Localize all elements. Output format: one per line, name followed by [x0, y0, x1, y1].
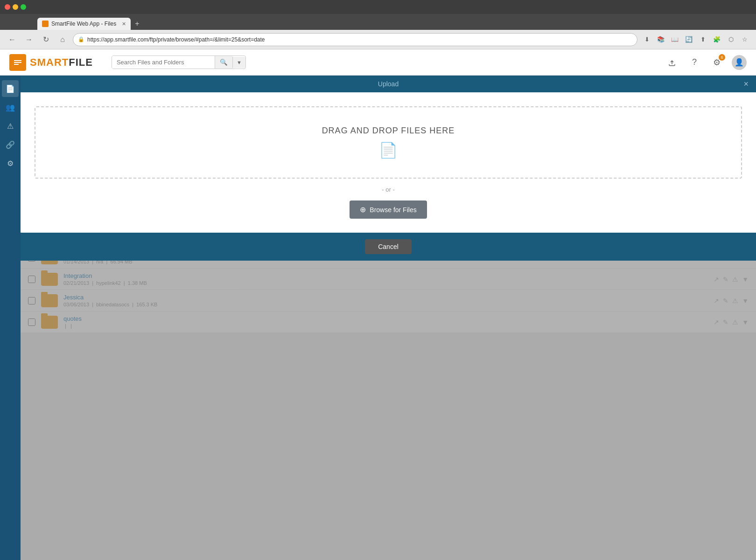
tab-close-btn[interactable]: ✕	[122, 21, 126, 27]
modal-overlay: Upload × DRAG AND DROP FILES HERE 📄 - or…	[21, 76, 756, 560]
modal-header: Upload ×	[21, 76, 756, 92]
sidebar-item-settings[interactable]: ⚙	[2, 155, 19, 172]
file-drop-icon: 📄	[379, 141, 398, 159]
sidebar-item-files[interactable]: 📄	[2, 80, 19, 97]
search-button[interactable]: 🔍	[215, 56, 232, 69]
drop-zone-text: DRAG AND DROP FILES HERE	[322, 126, 455, 136]
upload-modal: Upload × DRAG AND DROP FILES HERE 📄 - or…	[21, 76, 756, 261]
cancel-btn[interactable]: Cancel	[365, 239, 412, 254]
sidebar: 📄 👥 ⚠ 🔗 ⚙	[0, 76, 21, 560]
search-input[interactable]	[112, 56, 215, 69]
download-icon[interactable]: ⬇	[641, 34, 652, 45]
minimize-window-btn[interactable]	[13, 4, 18, 10]
plus-icon: ⊕	[360, 205, 366, 214]
reader-mode-icon[interactable]: 📖	[669, 34, 680, 45]
app-header: SMARTFILE 🔍 ▼ ? ⚙ 6 👤	[0, 49, 756, 76]
browser-chrome	[0, 0, 756, 14]
logo-text: SMARTFILE	[30, 56, 93, 69]
sidebar-item-alerts[interactable]: ⚠	[2, 118, 19, 134]
modal-body: DRAG AND DROP FILES HERE 📄 - or - ⊕ Brow…	[21, 92, 756, 233]
tab-favicon	[42, 21, 49, 27]
header-search: 🔍 ▼	[112, 55, 246, 69]
main-content: 📄 👥 ⚠ 🔗 ⚙ Sales Docs 09/06/2012 | n/a | …	[0, 76, 756, 560]
upload-icon[interactable]	[665, 55, 679, 70]
share-icon[interactable]: ⬆	[697, 34, 708, 45]
search-dropdown-btn[interactable]: ▼	[232, 57, 245, 68]
url-bar[interactable]: 🔒 https://app.smartfile.com/ftp/private/…	[73, 33, 637, 46]
sidebar-item-users[interactable]: 👥	[2, 99, 19, 116]
notifications-icon[interactable]: ⚙ 6	[709, 55, 724, 70]
reload-btn[interactable]: ↻	[39, 33, 52, 46]
modal-footer: Cancel	[21, 233, 756, 261]
header-right: ? ⚙ 6 👤	[665, 55, 747, 70]
bookmarks-icon[interactable]: 📚	[655, 34, 666, 45]
sidebar-item-links[interactable]: 🔗	[2, 136, 19, 153]
content-area: Sales Docs 09/06/2012 | n/a | 2.53 MB ↗ …	[21, 76, 756, 560]
or-divider: - or -	[35, 186, 742, 193]
address-actions: ⬇ 📚 📖 🔄 ⬆ 🧩 ⬡ ☆	[641, 34, 750, 45]
new-tab-btn[interactable]: +	[131, 18, 144, 30]
logo-icon	[9, 54, 26, 71]
active-tab[interactable]: SmartFile Web App - Files ✕	[37, 18, 131, 30]
back-btn[interactable]: ←	[6, 33, 19, 46]
help-icon[interactable]: ?	[687, 55, 702, 70]
url-text: https://app.smartfile.com/ftp/private/br…	[87, 36, 265, 43]
modal-title: Upload	[378, 80, 399, 88]
logo: SMARTFILE	[9, 54, 93, 71]
browse-files-btn[interactable]: ⊕ Browse for Files	[350, 200, 427, 219]
tab-bar: SmartFile Web App - Files ✕ +	[0, 14, 756, 30]
home-btn[interactable]: ⌂	[56, 33, 69, 46]
modal-close-btn[interactable]: ×	[743, 79, 749, 89]
user-avatar[interactable]: 👤	[732, 55, 747, 70]
close-window-btn[interactable]	[5, 4, 10, 10]
svg-rect-1	[14, 60, 21, 61]
ssl-lock-icon: 🔒	[78, 36, 84, 42]
tab-title: SmartFile Web App - Files	[51, 21, 116, 27]
star-icon[interactable]: ☆	[739, 34, 750, 45]
forward-btn[interactable]: →	[22, 33, 35, 46]
extension-icon[interactable]: 🧩	[711, 34, 722, 45]
maximize-window-btn[interactable]	[21, 4, 26, 10]
drop-zone[interactable]: DRAG AND DROP FILES HERE 📄	[35, 106, 742, 179]
svg-rect-0	[14, 62, 21, 63]
window-controls	[5, 4, 26, 10]
sync-icon[interactable]: 🔄	[683, 34, 694, 45]
address-bar: ← → ↻ ⌂ 🔒 https://app.smartfile.com/ftp/…	[0, 30, 756, 49]
pocket-icon[interactable]: ⬡	[725, 34, 736, 45]
browse-label: Browse for Files	[370, 206, 416, 214]
notification-badge: 6	[719, 54, 725, 61]
app-wrapper: SMARTFILE 🔍 ▼ ? ⚙ 6 👤 📄 👥 ⚠ 🔗 ⚙	[0, 49, 756, 560]
svg-rect-2	[14, 64, 19, 65]
